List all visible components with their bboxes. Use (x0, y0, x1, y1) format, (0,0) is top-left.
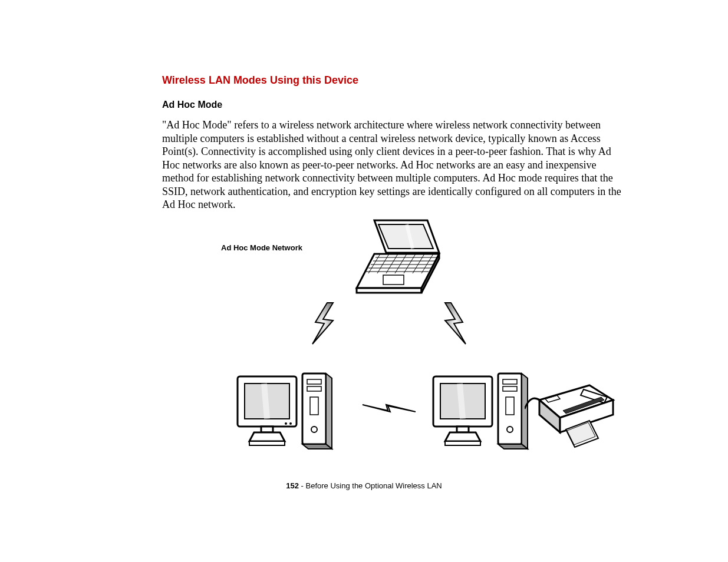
svg-marker-27 (249, 432, 285, 441)
page-footer: 152 - Before Using the Optional Wireless… (0, 481, 728, 490)
printer-icon (525, 376, 619, 453)
svg-line-40 (460, 384, 463, 419)
page-content: Wireless LAN Modes Using this Device Ad … (162, 74, 625, 465)
page-number: 152 (286, 481, 299, 490)
svg-marker-22 (363, 405, 416, 412)
svg-marker-37 (302, 444, 332, 449)
svg-marker-36 (326, 373, 332, 449)
chapter-title: Before Using the Optional Wireless LAN (306, 481, 442, 490)
svg-marker-42 (445, 432, 480, 441)
svg-marker-21 (445, 303, 466, 344)
svg-line-25 (264, 384, 267, 419)
svg-point-30 (285, 422, 287, 425)
desktop-icon (427, 368, 533, 456)
wireless-bolt-icon (360, 394, 419, 424)
wireless-bolt-icon (301, 300, 348, 347)
svg-marker-20 (312, 303, 333, 344)
section-title: Wireless LAN Modes Using this Device (162, 74, 625, 87)
footer-separator: - (299, 481, 306, 490)
diagram-label: Ad Hoc Mode Network (221, 243, 302, 252)
svg-marker-50 (498, 444, 528, 449)
svg-marker-28 (249, 441, 285, 445)
svg-point-29 (289, 422, 292, 425)
svg-marker-43 (445, 441, 480, 445)
desktop-icon (232, 368, 338, 456)
diagram-adhoc-network: Ad Hoc Mode Network (197, 217, 610, 465)
subsection-title: Ad Hoc Mode (162, 100, 625, 110)
laptop-icon (351, 217, 445, 300)
wireless-bolt-icon (430, 300, 477, 347)
body-paragraph: "Ad Hoc Mode" refers to a wireless netwo… (162, 118, 625, 211)
svg-marker-18 (357, 288, 421, 293)
